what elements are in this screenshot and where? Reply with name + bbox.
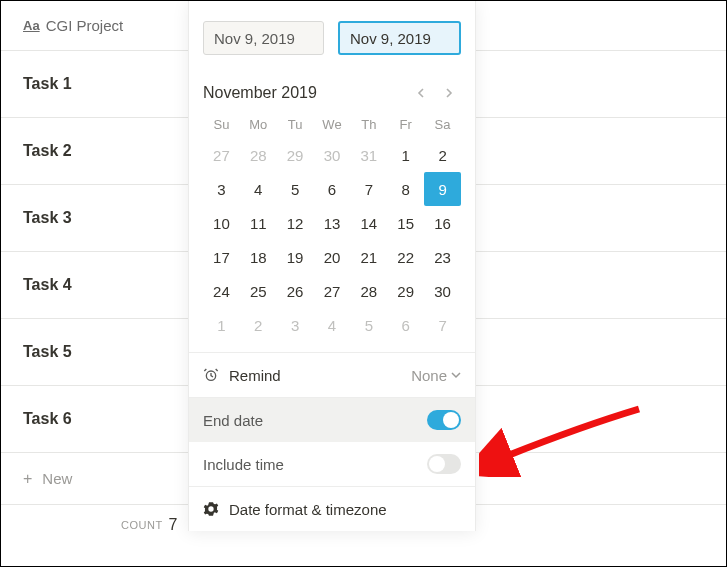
calendar-day[interactable]: 2	[424, 138, 461, 172]
calendar-day[interactable]: 15	[387, 206, 424, 240]
calendar-grid: SuMoTuWeThFrSa 2728293031123456789101112…	[189, 109, 475, 352]
calendar-day[interactable]: 1	[203, 308, 240, 342]
calendar-day[interactable]: 7	[350, 172, 387, 206]
column-header-label: CGI Project	[46, 17, 124, 34]
date-format-label: Date format & timezone	[229, 501, 387, 518]
count-label: COUNT	[121, 519, 163, 531]
day-of-week-label: Tu	[277, 109, 314, 138]
calendar-day[interactable]: 14	[350, 206, 387, 240]
plus-icon: +	[23, 470, 32, 488]
calendar-day[interactable]: 5	[277, 172, 314, 206]
calendar-day[interactable]: 26	[277, 274, 314, 308]
calendar-day[interactable]: 17	[203, 240, 240, 274]
calendar-day[interactable]: 29	[387, 274, 424, 308]
start-date-value: Nov 9, 2019	[214, 30, 295, 47]
end-date-toggle[interactable]	[427, 410, 461, 430]
include-time-label: Include time	[203, 456, 284, 473]
calendar-day[interactable]: 19	[277, 240, 314, 274]
day-of-week-label: Th	[350, 109, 387, 138]
calendar-day[interactable]: 30	[424, 274, 461, 308]
calendar-day[interactable]: 2	[240, 308, 277, 342]
day-of-week-label: We	[314, 109, 351, 138]
start-date-input[interactable]: Nov 9, 2019	[203, 21, 324, 55]
day-of-week-label: Su	[203, 109, 240, 138]
calendar-day[interactable]: 30	[314, 138, 351, 172]
day-of-week-label: Sa	[424, 109, 461, 138]
alarm-icon	[203, 367, 219, 383]
calendar-day[interactable]: 22	[387, 240, 424, 274]
calendar-day[interactable]: 27	[203, 138, 240, 172]
calendar-day[interactable]: 16	[424, 206, 461, 240]
new-row-label: New	[42, 470, 72, 487]
next-month-button[interactable]	[437, 81, 461, 105]
calendar-day[interactable]: 20	[314, 240, 351, 274]
calendar-day[interactable]: 1	[387, 138, 424, 172]
end-date-value: Nov 9, 2019	[350, 30, 431, 47]
count-value: 7	[169, 516, 178, 534]
calendar-day[interactable]: 6	[314, 172, 351, 206]
remind-row[interactable]: Remind None	[189, 353, 475, 397]
include-time-toggle[interactable]	[427, 454, 461, 474]
end-date-label: End date	[203, 412, 263, 429]
end-date-row[interactable]: End date	[189, 398, 475, 442]
calendar-day[interactable]: 11	[240, 206, 277, 240]
calendar-day[interactable]: 10	[203, 206, 240, 240]
calendar-day[interactable]: 21	[350, 240, 387, 274]
calendar-day[interactable]: 7	[424, 308, 461, 342]
date-format-row[interactable]: Date format & timezone	[189, 487, 475, 531]
include-time-row[interactable]: Include time	[189, 442, 475, 486]
calendar-day[interactable]: 13	[314, 206, 351, 240]
calendar-day[interactable]: 6	[387, 308, 424, 342]
calendar-day[interactable]: 4	[314, 308, 351, 342]
calendar-day[interactable]: 18	[240, 240, 277, 274]
calendar-day[interactable]: 9	[424, 172, 461, 206]
calendar-day[interactable]: 29	[277, 138, 314, 172]
gear-icon	[203, 501, 219, 517]
chevron-down-icon	[451, 370, 461, 380]
calendar-day[interactable]: 28	[350, 274, 387, 308]
calendar-day[interactable]: 28	[240, 138, 277, 172]
day-of-week-label: Mo	[240, 109, 277, 138]
text-property-icon: Aa	[23, 18, 40, 33]
remind-value: None	[411, 367, 447, 384]
calendar-day[interactable]: 25	[240, 274, 277, 308]
prev-month-button[interactable]	[409, 81, 433, 105]
calendar-day[interactable]: 24	[203, 274, 240, 308]
calendar-day[interactable]: 12	[277, 206, 314, 240]
calendar-day[interactable]: 3	[277, 308, 314, 342]
calendar-day[interactable]: 4	[240, 172, 277, 206]
month-title: November 2019	[203, 84, 317, 102]
calendar-day[interactable]: 23	[424, 240, 461, 274]
calendar-day[interactable]: 3	[203, 172, 240, 206]
date-picker-popover: Nov 9, 2019 Nov 9, 2019 November 2019 Su…	[188, 1, 476, 531]
calendar-day[interactable]: 5	[350, 308, 387, 342]
calendar-day[interactable]: 8	[387, 172, 424, 206]
calendar-day[interactable]: 27	[314, 274, 351, 308]
end-date-input[interactable]: Nov 9, 2019	[338, 21, 461, 55]
day-of-week-label: Fr	[387, 109, 424, 138]
remind-label: Remind	[229, 367, 281, 384]
calendar-day[interactable]: 31	[350, 138, 387, 172]
